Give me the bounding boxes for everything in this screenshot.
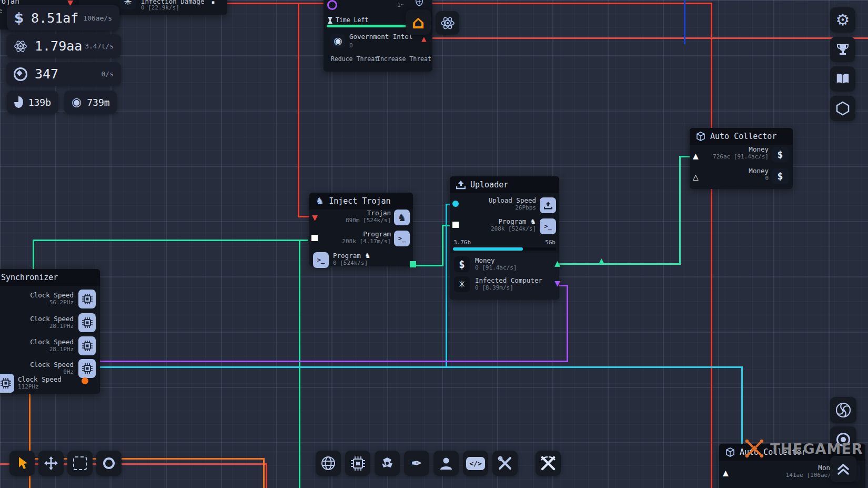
- row-value: 28.1PHz: [30, 323, 74, 330]
- wire-cyan-up: [446, 204, 447, 366]
- network-tab-button[interactable]: [316, 451, 341, 476]
- cpu-badge[interactable]: [78, 290, 96, 308]
- terminal-badge[interactable]: >_: [394, 231, 410, 246]
- infected-output-port[interactable]: ▼: [554, 280, 560, 287]
- row-value: 208k [4.17m/s]: [342, 238, 391, 245]
- wire-teal-down: [299, 240, 300, 488]
- trojan-input-port[interactable]: ▼: [312, 214, 318, 221]
- resource-data: 139b: [7, 91, 58, 114]
- turbine-button[interactable]: [830, 397, 856, 423]
- resource-money: $ 8.51af 106ae/s: [7, 5, 119, 31]
- ac-row-label: Money: [749, 167, 769, 175]
- increase-threat-button[interactable]: Increase Threat: [374, 55, 435, 63]
- wrench-screwdriver-icon: [498, 456, 512, 471]
- select-tool-button[interactable]: [9, 451, 35, 476]
- cooling-tab-button[interactable]: [375, 451, 400, 476]
- resource-intel: 347 0/s: [6, 62, 121, 86]
- settings-button[interactable]: ⚙: [830, 7, 855, 33]
- upload-badge[interactable]: [540, 197, 556, 213]
- storage-track: [453, 247, 556, 251]
- node-uploader[interactable]: Uploader Upload Speed 26Pbps Program ♞ 2…: [450, 176, 559, 300]
- ac-port-1[interactable]: ▲: [693, 152, 699, 160]
- cpu-badge[interactable]: [78, 313, 96, 332]
- wire-teal-money-h: [558, 263, 680, 265]
- node-header: Auto Collector: [690, 128, 793, 145]
- forge-tab-button[interactable]: [536, 451, 561, 476]
- wire-purple-long: [100, 361, 568, 362]
- program-input-port[interactable]: [452, 222, 459, 228]
- storage-current: 3.7Gb: [453, 239, 471, 246]
- lasso-tool-button[interactable]: [96, 451, 122, 476]
- knight-badge[interactable]: ♞: [394, 210, 410, 225]
- chip-icon: [351, 456, 365, 471]
- storage-fill: [453, 247, 523, 251]
- knight-icon: ♞: [530, 217, 536, 225]
- terminal-badge[interactable]: >_: [540, 218, 556, 234]
- quill-icon: ✒: [411, 456, 422, 470]
- row-value: 26Pbps: [489, 204, 536, 211]
- code-tab-button[interactable]: </>: [463, 451, 488, 476]
- atom-icon: [14, 39, 27, 53]
- node-header: Uploader: [450, 176, 559, 193]
- research-value: 1.79aa: [35, 38, 82, 54]
- wire-teal-inject-out: [411, 265, 443, 266]
- row-value: 0 [524k/s]: [333, 260, 370, 266]
- cpu-badge[interactable]: [78, 359, 96, 378]
- collector-icon: [725, 447, 735, 457]
- fan-icon: [380, 456, 395, 471]
- terminal-badge[interactable]: >_: [313, 252, 329, 268]
- money-value: 8.51af: [31, 11, 78, 26]
- cursor-icon: [15, 456, 29, 471]
- home-button[interactable]: ⌂: [406, 9, 431, 35]
- upload-speed-port[interactable]: [452, 201, 459, 207]
- clock-output-port[interactable]: [82, 377, 88, 384]
- row-label: Program: [342, 230, 391, 238]
- row-value: 890m [524k/s]: [346, 217, 391, 224]
- government-intel-value: 0: [349, 42, 353, 49]
- hourglass-icon: [328, 17, 332, 24]
- row-label: Clock Speed: [30, 291, 74, 299]
- trophy-icon: [836, 43, 850, 56]
- achievements-button[interactable]: [830, 37, 855, 62]
- dollar-icon[interactable]: $: [454, 256, 470, 272]
- wiki-button[interactable]: [830, 66, 855, 92]
- money-rate: 106ae/s: [83, 14, 112, 22]
- hex-menu-button[interactable]: [830, 96, 855, 121]
- row-value: 112PHz: [18, 383, 62, 390]
- program-output-port[interactable]: [410, 261, 416, 267]
- wire-teal-elbow-v: [442, 225, 443, 266]
- wire-orange-v2: [263, 458, 265, 488]
- move-icon: [44, 456, 58, 471]
- cpu-badge[interactable]: [78, 336, 96, 355]
- node-synchronizer[interactable]: ↻ Synchronizer Clock Speed 56.2PHz Clock…: [0, 269, 100, 394]
- infection-value: 0 [22.9k/s]: [141, 4, 179, 11]
- wire-red-to-inject: [298, 3, 299, 217]
- book-icon: [835, 73, 850, 85]
- row-label: Clock Speed: [30, 361, 74, 369]
- dollar-icon[interactable]: $: [772, 147, 789, 162]
- cpu-badge[interactable]: [0, 374, 14, 393]
- agent-tab-button[interactable]: [433, 451, 459, 476]
- globe-icon: [321, 456, 336, 471]
- node-auto-collector-top[interactable]: Auto Collector ▲ Money 726ac [91.4ac/s] …: [690, 128, 793, 189]
- ac-port-2[interactable]: △: [693, 173, 699, 181]
- move-tool-button[interactable]: [38, 451, 64, 476]
- tools-tab-button[interactable]: [492, 451, 518, 476]
- money-output-port[interactable]: ▲: [554, 260, 560, 267]
- ac-port[interactable]: ▲: [723, 469, 729, 476]
- script-tab-button[interactable]: ✒: [404, 451, 429, 476]
- marquee-tool-button[interactable]: [67, 451, 93, 476]
- program-input-port[interactable]: [311, 235, 318, 241]
- hardware-tab-button[interactable]: [345, 451, 370, 476]
- threat-marker-up: ▲: [421, 36, 426, 42]
- threat-top-value: 1~: [397, 2, 404, 8]
- wire-red-tall: [711, 3, 712, 488]
- prestige-button[interactable]: [436, 11, 459, 35]
- node-title: Auto Collector: [710, 132, 776, 141]
- dollar-icon[interactable]: $: [772, 168, 789, 184]
- node-inject-trojan[interactable]: ♞ Inject Trojan ▼ Trojan 890m [524k/s] ♞…: [309, 193, 413, 266]
- game-canvas[interactable]: { "resources": [ {"name":"money","value"…: [0, 0, 868, 488]
- scan-value: 739m: [87, 97, 109, 108]
- row-label: Trojan: [346, 209, 391, 217]
- virus-badge[interactable]: ✳: [454, 276, 470, 292]
